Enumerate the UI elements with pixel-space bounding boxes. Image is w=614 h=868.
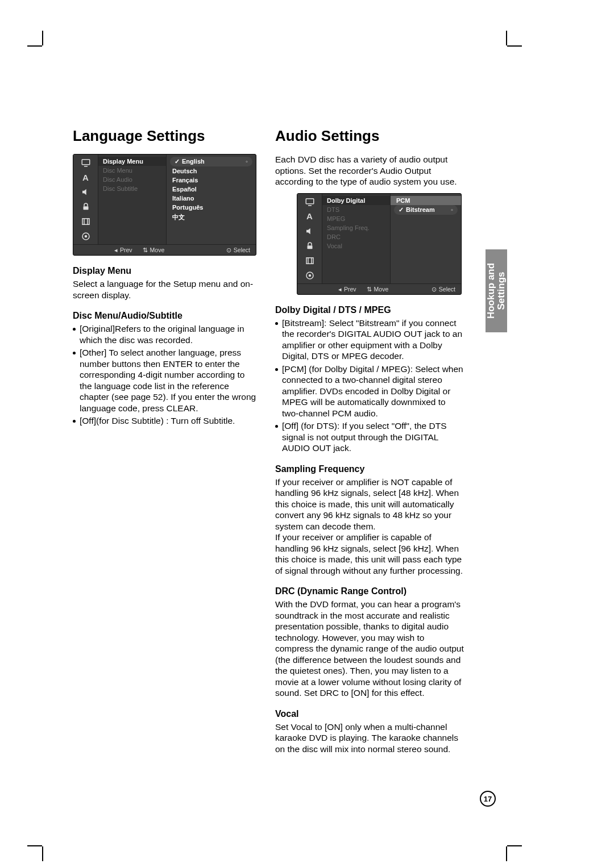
osd-option: English◦ <box>170 157 252 166</box>
svg-point-4 <box>85 236 86 237</box>
film-icon <box>78 216 93 227</box>
tv-icon <box>302 196 317 207</box>
svg-point-9 <box>309 274 310 276</box>
osd-menu-item: Disc Audio <box>98 175 166 184</box>
osd-option: Español <box>167 185 256 194</box>
list-item: [Off](for Disc Subtitle) : Turn off Subt… <box>73 415 259 427</box>
osd-menu-item: Display Menu <box>98 157 166 166</box>
osd-menu-item: MPEG <box>322 214 390 223</box>
list-item: [Bitstream]: Select "Bitstream" if you c… <box>275 318 464 362</box>
crop-mark <box>42 45 57 60</box>
speaker-icon <box>78 186 93 198</box>
section-heading: Display Menu <box>73 266 259 276</box>
tv-icon <box>78 157 93 168</box>
section-paragraph: Select a language for the Setup menu and… <box>73 278 259 301</box>
section-heading: Vocal <box>275 709 464 719</box>
osd-move: ⇅Move <box>143 247 165 253</box>
osd-icon-strip: A <box>73 155 98 244</box>
osd-menu-item: Disc Subtitle <box>98 184 166 193</box>
lock-icon <box>302 240 317 252</box>
section-heading: Dolby Digital / DTS / MPEG <box>275 305 464 315</box>
left-title: Language Settings <box>73 127 259 145</box>
disc-icon <box>78 231 93 242</box>
list-item: [Other] To select another language, pres… <box>73 347 259 414</box>
section-heading: Sampling Frequency <box>275 464 464 474</box>
osd-footer: ◂Prev ⇅Move ⊙Select <box>297 283 461 294</box>
section-list: [Bitstream]: Select "Bitstream" if you c… <box>275 318 464 454</box>
osd-option: 中文 <box>167 212 256 223</box>
list-item: [Off] (for DTS): If you select "Off", th… <box>275 420 464 454</box>
section-tab-line2: Settings <box>496 272 507 310</box>
crop-mark <box>492 832 507 846</box>
section-paragraph: If your receiver or amplifier is capable… <box>275 532 464 576</box>
disc-icon <box>302 270 317 281</box>
osd-option: Português <box>167 203 256 212</box>
osd-menu-item: Vocal <box>322 241 390 251</box>
osd-icon-strip: A <box>297 194 322 283</box>
right-sections: Dolby Digital / DTS / MPEG[Bitstream]: S… <box>275 305 464 755</box>
right-title: Audio Settings <box>275 127 464 145</box>
osd-option: Français <box>167 176 256 185</box>
section-paragraph: With the DVD format, you can hear a prog… <box>275 599 464 699</box>
osd-footer: ◂Prev ⇅Move ⊙Select <box>73 244 256 255</box>
svg-rect-7 <box>306 257 313 264</box>
osd-option-list: PCMBitstream◦ <box>391 194 461 283</box>
osd-menu-list: Dolby DigitalDTSMPEGSampling Freq.DRCVoc… <box>322 194 391 283</box>
section-heading: Disc Menu/Audio/Subtitle <box>73 311 259 321</box>
osd-menu-item: DTS <box>322 205 390 214</box>
osd-menu-list: Display MenuDisc MenuDisc AudioDisc Subt… <box>98 155 167 244</box>
right-column: Audio Settings Each DVD disc has a varie… <box>275 127 464 754</box>
osd-option: Deutsch <box>167 166 256 176</box>
osd-audio: A Dolby DigitalDTSMPEGSampling Freq.DRCV… <box>297 193 462 295</box>
section-paragraph: If your receiver or amplifier is NOT cap… <box>275 477 464 532</box>
speaker-icon <box>302 226 317 237</box>
svg-rect-2 <box>82 219 89 225</box>
osd-option: Italiano <box>167 194 256 203</box>
svg-rect-0 <box>82 160 90 165</box>
page-body: Language Settings A Display MenuDisc Men… <box>73 127 464 754</box>
osd-menu-item: DRC <box>322 232 390 241</box>
osd-option: Bitstream◦ <box>394 205 458 215</box>
lock-icon <box>78 201 93 212</box>
section-paragraph: Set Vocal to [ON] only when a multi-chan… <box>275 721 464 755</box>
crop-mark <box>42 832 57 846</box>
osd-menu-item: Disc Menu <box>98 166 166 175</box>
osd-menu-item: Dolby Digital <box>322 196 390 205</box>
section-heading: DRC (Dynamic Range Control) <box>275 586 464 596</box>
section-list: [Original]Refers to the original languag… <box>73 323 259 427</box>
osd-prev: ◂Prev <box>338 286 356 293</box>
left-column: Language Settings A Display MenuDisc Men… <box>73 127 259 754</box>
language-a-icon: A <box>302 211 317 222</box>
left-sections: Display MenuSelect a language for the Se… <box>73 266 259 427</box>
page-number: 17 <box>480 791 496 807</box>
svg-rect-6 <box>307 245 312 249</box>
right-intro: Each DVD disc has a variety of audio out… <box>275 154 464 187</box>
osd-menu-item: Sampling Freq. <box>322 223 390 232</box>
svg-rect-5 <box>306 198 314 203</box>
osd-language: A Display MenuDisc MenuDisc AudioDisc Su… <box>73 154 256 256</box>
osd-option-header: PCM <box>391 196 461 205</box>
section-tab-line1: Hookup and <box>486 263 496 319</box>
language-a-icon: A <box>78 172 93 183</box>
list-item: [PCM] (for Dolby Digital / MPEG): Select… <box>275 364 464 419</box>
osd-option-list: English◦DeutschFrançaisEspañolItalianoPo… <box>167 155 256 244</box>
osd-prev: ◂Prev <box>114 247 132 253</box>
svg-rect-1 <box>83 206 88 210</box>
list-item: [Original]Refers to the original languag… <box>73 323 259 345</box>
osd-select: ⊙Select <box>432 286 455 293</box>
film-icon <box>302 255 317 266</box>
crop-mark <box>492 45 507 60</box>
osd-move: ⇅Move <box>367 286 389 293</box>
osd-select: ⊙Select <box>226 247 250 253</box>
section-tab: Hookup and Settings <box>486 249 507 332</box>
